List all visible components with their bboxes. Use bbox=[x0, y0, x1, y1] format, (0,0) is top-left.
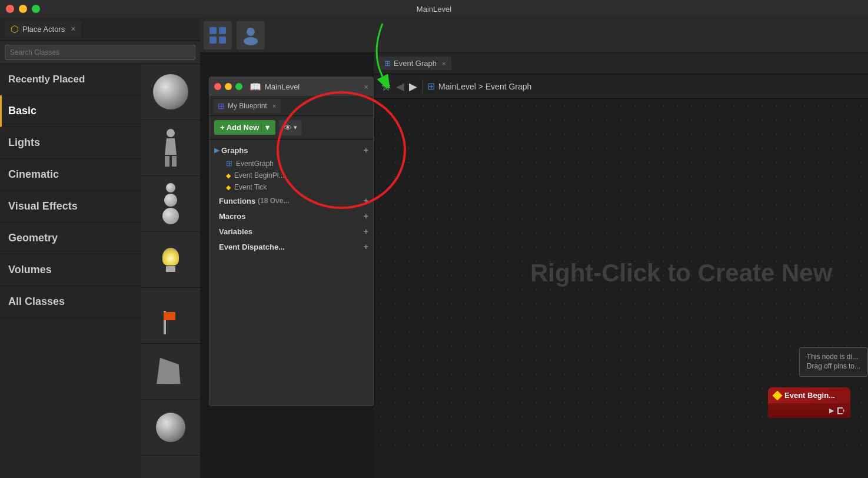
event-graph-item[interactable]: ⊞ EventGraph bbox=[209, 157, 373, 170]
category-geometry[interactable]: Geometry bbox=[0, 223, 141, 254]
nav-bar: ☆ ◀ ▶ ⊞ MainLevel > Event Graph bbox=[374, 74, 868, 99]
bp-tab-close[interactable]: × bbox=[272, 102, 276, 109]
sphere-shape bbox=[153, 74, 188, 109]
toolbar-icon-grid[interactable] bbox=[204, 21, 232, 49]
dispatchers-label: Event Dispatche... bbox=[219, 243, 285, 251]
event-node-label: Event Begin... bbox=[784, 391, 835, 400]
category-labels: Recently Placed Basic Lights Cinematic V… bbox=[0, 64, 141, 478]
eye-button[interactable]: 👁 ▾ bbox=[279, 120, 302, 135]
stack-shape bbox=[162, 183, 179, 224]
category-cinematic[interactable]: Cinematic bbox=[0, 159, 141, 191]
functions-add-icon[interactable]: + bbox=[364, 196, 368, 205]
bp-tab-label: My Blueprint bbox=[228, 102, 267, 110]
bp-win-max[interactable] bbox=[235, 83, 242, 90]
thumb-bulb[interactable] bbox=[141, 232, 200, 288]
nav-breadcrumb-text: MainLevel > Event Graph bbox=[438, 82, 531, 91]
event-begin-item[interactable]: ◆ Event BeginPl... bbox=[209, 170, 373, 181]
event-node-header: Event Begin... bbox=[768, 387, 850, 403]
event-begin-label: Event BeginPl... bbox=[234, 171, 284, 180]
tooltip-line1: This node is di... bbox=[807, 353, 860, 361]
nav-star-button[interactable]: ☆ bbox=[381, 79, 391, 94]
panel-tab-bar: ⬡ Place Actors ✕ bbox=[0, 18, 200, 41]
bp-win-close[interactable] bbox=[214, 83, 221, 90]
functions-label: Functions bbox=[219, 197, 255, 205]
variables-add-icon[interactable]: + bbox=[364, 227, 368, 236]
event-graph-tab-label: Event Graph bbox=[394, 59, 437, 68]
place-actors-panel: ⬡ Place Actors ✕ Recently Placed Basic L… bbox=[0, 18, 200, 478]
exec-pin[interactable] bbox=[837, 407, 844, 414]
category-basic[interactable]: Basic bbox=[0, 95, 141, 127]
place-actors-tab[interactable]: ⬡ Place Actors ✕ bbox=[5, 21, 82, 37]
category-visual-effects[interactable]: Visual Effects bbox=[0, 191, 141, 223]
macros-section[interactable]: Macros + bbox=[209, 208, 373, 224]
bp-title-close[interactable]: × bbox=[364, 82, 368, 91]
category-volumes[interactable]: Volumes bbox=[0, 254, 141, 286]
bp-tab-icon: ⊞ bbox=[218, 101, 225, 111]
category-recently-placed[interactable]: Recently Placed bbox=[0, 64, 141, 95]
graphs-label: Graphs bbox=[221, 146, 248, 155]
svg-point-19 bbox=[244, 37, 258, 45]
add-new-arrow-icon[interactable]: ▾ bbox=[261, 123, 270, 132]
search-input[interactable] bbox=[5, 45, 195, 60]
category-thumbnails bbox=[141, 64, 200, 478]
exec-label: ▶ bbox=[829, 407, 834, 414]
thumb-sphere[interactable] bbox=[141, 64, 200, 120]
categories-list: Recently Placed Basic Lights Cinematic V… bbox=[0, 64, 200, 478]
eye-arrow[interactable]: ▾ bbox=[294, 124, 297, 131]
sphere-shape-2 bbox=[156, 413, 185, 442]
thumb-stack[interactable] bbox=[141, 176, 200, 232]
bp-title-label: MainLevel bbox=[265, 82, 300, 91]
svg-rect-16 bbox=[209, 36, 217, 44]
eye-icon: 👁 bbox=[284, 123, 292, 132]
bp-editor: Compile Save bbox=[374, 18, 868, 478]
functions-count: (18 Ove... bbox=[258, 197, 289, 205]
nav-bp-icon: ⊞ bbox=[427, 81, 435, 92]
nav-separator bbox=[422, 79, 423, 94]
place-actors-tab-close[interactable]: ✕ bbox=[71, 25, 76, 33]
nav-back-button[interactable]: ◀ bbox=[396, 80, 404, 93]
graph-canvas[interactable]: Right-Click to Create New This node is d… bbox=[374, 99, 868, 453]
dispatchers-section[interactable]: Event Dispatche... + bbox=[209, 239, 373, 254]
my-blueprint-tab[interactable]: ⊞ My Blueprint × bbox=[213, 99, 281, 113]
event-graph-tab-close[interactable]: × bbox=[442, 60, 445, 67]
win-max-btn[interactable] bbox=[32, 5, 40, 13]
bp-win-min[interactable] bbox=[225, 83, 232, 90]
event-graph-tab[interactable]: ⊞ Event Graph × bbox=[378, 57, 451, 70]
thumb-cube[interactable] bbox=[141, 344, 200, 400]
bp-tree: ▶ Graphs + ⊞ EventGraph ◆ Event BeginPl.… bbox=[209, 140, 373, 406]
functions-section[interactable]: Functions (18 Ove... + bbox=[209, 193, 373, 208]
win-min-btn[interactable] bbox=[19, 5, 27, 13]
blueprint-panel: 📖 MainLevel × ⊞ My Blueprint × + Add New… bbox=[209, 77, 374, 406]
graph-hint-text: Right-Click to Create New bbox=[530, 259, 832, 287]
bulb-shape bbox=[162, 248, 179, 272]
toolbar-icon-user[interactable] bbox=[237, 21, 265, 49]
add-new-label: + Add New bbox=[220, 123, 259, 132]
window-title: MainLevel bbox=[417, 5, 451, 14]
dispatchers-add-icon[interactable]: + bbox=[364, 242, 368, 251]
bp-tab-bar: ⊞ My Blueprint × bbox=[209, 96, 373, 116]
macros-add-icon[interactable]: + bbox=[364, 211, 368, 221]
thumb-human[interactable] bbox=[141, 120, 200, 176]
svg-rect-17 bbox=[219, 36, 226, 44]
event-graph-icon: ⊞ bbox=[226, 159, 232, 168]
category-lights[interactable]: Lights bbox=[0, 127, 141, 159]
nav-forward-button[interactable]: ▶ bbox=[409, 80, 417, 93]
event-tick-label: Event Tick bbox=[234, 183, 267, 191]
event-graph-label: EventGraph bbox=[236, 160, 274, 168]
graphs-add-icon[interactable]: + bbox=[364, 145, 368, 155]
macros-label: Macros bbox=[219, 212, 246, 221]
window-controls[interactable] bbox=[6, 5, 40, 13]
event-begin-node[interactable]: Event Begin... ▶ bbox=[768, 387, 850, 418]
title-bar: MainLevel bbox=[0, 0, 868, 18]
variables-section[interactable]: Variables + bbox=[209, 224, 373, 239]
place-actors-tab-label: Place Actors bbox=[22, 25, 65, 34]
add-new-button[interactable]: + Add New ▾ bbox=[214, 120, 275, 135]
graphs-collapse-icon: ▶ bbox=[214, 147, 219, 154]
category-all-classes[interactable]: All Classes bbox=[0, 286, 141, 318]
win-close-btn[interactable] bbox=[6, 5, 14, 13]
thumb-flag[interactable] bbox=[141, 288, 200, 344]
svg-rect-15 bbox=[219, 27, 226, 34]
thumb-sphere2[interactable] bbox=[141, 400, 200, 456]
graphs-section[interactable]: ▶ Graphs + bbox=[209, 143, 373, 157]
event-tick-item[interactable]: ◆ Event Tick bbox=[209, 181, 373, 193]
